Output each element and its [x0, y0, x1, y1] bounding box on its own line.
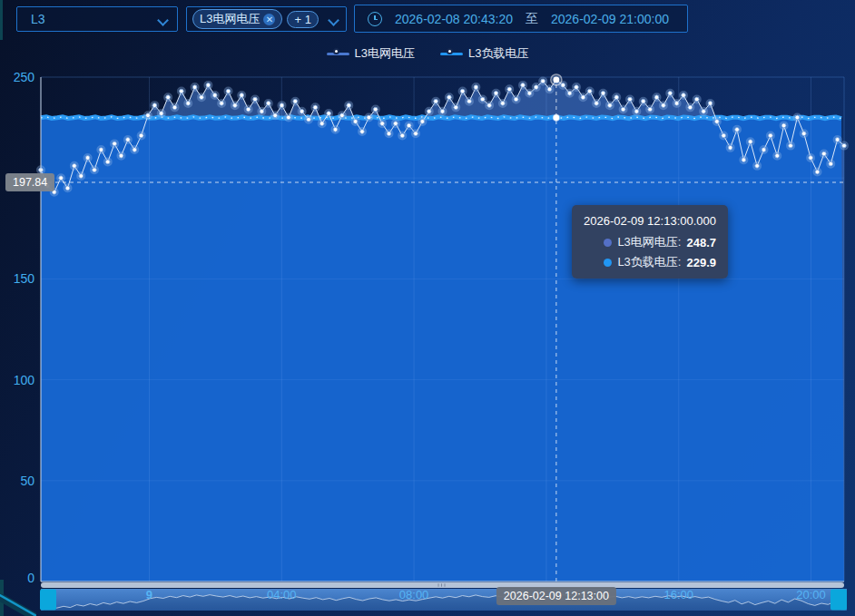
data-point[interactable]: [601, 91, 605, 95]
data-point[interactable]: [166, 95, 171, 100]
data-point[interactable]: [79, 174, 84, 179]
data-point[interactable]: [628, 97, 633, 102]
data-point[interactable]: [534, 85, 538, 90]
data-point[interactable]: [641, 99, 645, 103]
data-point[interactable]: [621, 107, 625, 112]
data-point[interactable]: [454, 105, 458, 110]
voltage-line-chart[interactable]: [0, 0, 855, 616]
data-point[interactable]: [674, 102, 679, 106]
data-point[interactable]: [614, 95, 619, 100]
data-point[interactable]: [781, 123, 786, 128]
data-point[interactable]: [688, 105, 693, 110]
data-point[interactable]: [186, 102, 191, 106]
data-point[interactable]: [595, 102, 599, 106]
data-point[interactable]: [494, 91, 498, 95]
data-point[interactable]: [246, 107, 251, 112]
data-point[interactable]: [714, 120, 719, 124]
data-point[interactable]: [65, 186, 70, 191]
data-point[interactable]: [842, 143, 847, 148]
data-point[interactable]: [232, 103, 237, 108]
data-point[interactable]: [72, 163, 76, 168]
data-point[interactable]: [575, 85, 579, 90]
data-point[interactable]: [735, 127, 740, 132]
data-point[interactable]: [567, 91, 572, 95]
data-point[interactable]: [581, 95, 585, 100]
data-point[interactable]: [789, 143, 793, 148]
data-point[interactable]: [420, 120, 425, 124]
data-point[interactable]: [333, 127, 338, 132]
data-point[interactable]: [755, 163, 760, 168]
data-point[interactable]: [105, 160, 110, 164]
data-point[interactable]: [547, 87, 552, 92]
data-point[interactable]: [728, 145, 732, 150]
data-point[interactable]: [307, 117, 311, 122]
data-point[interactable]: [694, 97, 699, 102]
data-point[interactable]: [821, 152, 826, 156]
data-point[interactable]: [192, 85, 197, 90]
data-point[interactable]: [200, 95, 204, 100]
data-point[interactable]: [273, 113, 278, 118]
data-point[interactable]: [113, 142, 117, 146]
data-point[interactable]: [521, 83, 526, 87]
data-point[interactable]: [768, 133, 772, 138]
data-point[interactable]: [541, 79, 545, 83]
data-point[interactable]: [500, 102, 505, 106]
data-point[interactable]: [125, 138, 130, 142]
data-point[interactable]: [654, 95, 659, 100]
datazoom-handle-left[interactable]: [40, 590, 56, 611]
data-point[interactable]: [407, 123, 411, 128]
data-point[interactable]: [427, 109, 431, 113]
data-point[interactable]: [139, 133, 143, 138]
data-point[interactable]: [206, 83, 211, 87]
data-point[interactable]: [742, 158, 746, 162]
data-point[interactable]: [607, 103, 612, 108]
data-point[interactable]: [119, 153, 123, 158]
data-point[interactable]: [668, 91, 673, 95]
data-point[interactable]: [93, 168, 97, 172]
data-point[interactable]: [367, 115, 371, 120]
data-point[interactable]: [661, 103, 665, 108]
data-point[interactable]: [59, 176, 64, 181]
datazoom-handle-right[interactable]: [830, 590, 847, 611]
data-point[interactable]: [829, 161, 833, 166]
data-point[interactable]: [702, 109, 706, 113]
data-point[interactable]: [527, 91, 532, 95]
data-point[interactable]: [313, 105, 318, 110]
data-point[interactable]: [414, 132, 418, 136]
data-point[interactable]: [815, 170, 820, 174]
data-point[interactable]: [327, 112, 331, 116]
data-point[interactable]: [434, 99, 438, 103]
data-point[interactable]: [300, 109, 304, 113]
data-point[interactable]: [212, 93, 217, 98]
data-point[interactable]: [319, 122, 324, 126]
data-point[interactable]: [748, 140, 752, 144]
data-point[interactable]: [467, 99, 472, 103]
data-point[interactable]: [801, 132, 806, 136]
data-point[interactable]: [266, 102, 270, 106]
data-point[interactable]: [795, 115, 800, 120]
data-point[interactable]: [809, 156, 813, 161]
data-point[interactable]: [220, 102, 224, 106]
data-point[interactable]: [260, 109, 264, 113]
data-point[interactable]: [339, 113, 344, 118]
data-point[interactable]: [373, 107, 378, 112]
data-point[interactable]: [353, 120, 358, 124]
data-point[interactable]: [253, 97, 258, 102]
data-point[interactable]: [480, 97, 485, 102]
data-point[interactable]: [587, 89, 592, 93]
data-point[interactable]: [682, 93, 686, 98]
data-point[interactable]: [226, 89, 231, 93]
data-point[interactable]: [561, 83, 565, 87]
data-point[interactable]: [152, 103, 157, 108]
data-point[interactable]: [762, 148, 766, 152]
data-point[interactable]: [775, 153, 780, 158]
data-point[interactable]: [360, 130, 365, 134]
data-point[interactable]: [387, 132, 391, 136]
data-point[interactable]: [474, 85, 478, 90]
data-point[interactable]: [393, 122, 398, 126]
data-point[interactable]: [447, 95, 451, 100]
data-point[interactable]: [172, 105, 177, 110]
data-point[interactable]: [347, 103, 351, 108]
data-point[interactable]: [507, 87, 512, 92]
data-point[interactable]: [293, 99, 298, 103]
